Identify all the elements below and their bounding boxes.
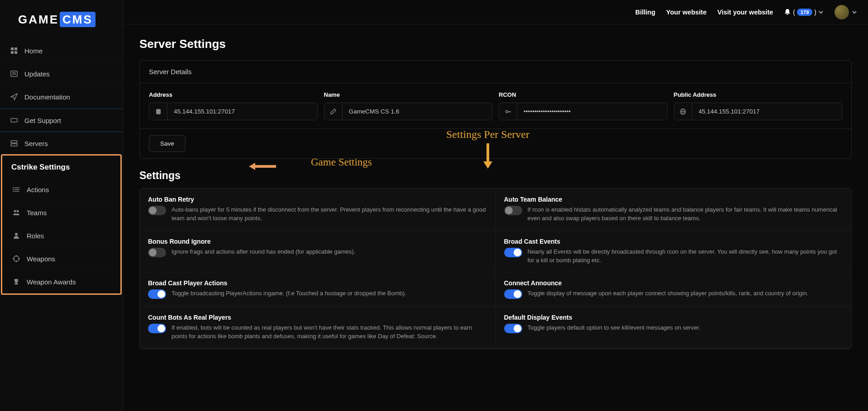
- settings-grid: Auto Ban RetryAuto-bans player for 5 min…: [139, 188, 852, 349]
- sidebar-item-label: Weapons: [27, 255, 55, 263]
- field-rcon: RCON: [499, 91, 668, 120]
- rcon-input[interactable]: [517, 103, 667, 120]
- toggle-switch[interactable]: [148, 289, 166, 299]
- toggle-switch[interactable]: [504, 289, 522, 299]
- sidebar-item-actions[interactable]: Actions: [2, 178, 120, 201]
- setting-body: If rcon is enabled hlstats automatically…: [504, 206, 844, 223]
- edit-icon: [324, 103, 343, 120]
- avatar[interactable]: [835, 5, 849, 19]
- field-name: Name: [324, 91, 493, 120]
- topbar-link-visit[interactable]: Visit your website: [717, 9, 773, 16]
- svg-point-14: [13, 189, 14, 190]
- sidebar-item-label: Roles: [27, 232, 44, 240]
- crosshair-icon: [12, 255, 20, 263]
- sidebar-item-label: Get Support: [24, 117, 61, 124]
- setting-body: Toggle broadcasting PlayerActions ingame…: [148, 289, 487, 299]
- sidebar-item-documentation[interactable]: Documentation: [0, 85, 123, 109]
- setting-cell: Auto Team BalanceIf rcon is enabled hlst…: [496, 189, 852, 230]
- sidebar-item-teams[interactable]: Teams: [2, 201, 120, 224]
- list-icon: [12, 185, 20, 194]
- setting-body: Toggle display of message upon each play…: [504, 289, 844, 299]
- toggle-switch[interactable]: [504, 324, 522, 333]
- setting-title: Broad Cast Events: [504, 238, 844, 245]
- setting-cell: Auto Ban RetryAuto-bans player for 5 min…: [140, 189, 496, 230]
- sidebar-item-updates[interactable]: Updates: [0, 62, 123, 85]
- brand-logo[interactable]: GAMECMS: [0, 0, 123, 39]
- setting-title: Bonus Round Ignore: [148, 238, 487, 245]
- sidebar-item-weapon-awards[interactable]: Weapon Awards: [2, 270, 120, 293]
- setting-description: Ignore frags and actions after round has…: [172, 248, 355, 256]
- svg-rect-9: [11, 144, 17, 146]
- setting-cell: Count Bots As Real PlayersIf enabled, bo…: [140, 307, 496, 348]
- setting-body: Ignore frags and actions after round has…: [148, 248, 487, 257]
- toggle-switch[interactable]: [148, 248, 166, 257]
- globe-icon: [674, 103, 692, 120]
- settings-row: Auto Ban RetryAuto-bans player for 5 min…: [140, 189, 851, 231]
- svg-point-16: [14, 210, 16, 213]
- setting-description: If enabled, bots will be counted as real…: [172, 324, 487, 341]
- toggle-switch[interactable]: [148, 206, 166, 215]
- setting-description: Auto-bans player for 5 minutes if the di…: [172, 206, 487, 223]
- setting-cell: Broad Cast EventsNearly all Events will …: [496, 231, 852, 272]
- svg-rect-3: [14, 51, 17, 54]
- setting-title: Default Display Events: [504, 314, 844, 321]
- name-input[interactable]: [343, 103, 492, 120]
- card-header: Server Details: [140, 61, 851, 83]
- sidebar-item-roles[interactable]: Roles: [2, 224, 120, 247]
- annotation-arrow-left: [249, 162, 276, 171]
- key-icon: [499, 103, 517, 120]
- sidebar-item-home[interactable]: Home: [0, 39, 123, 62]
- notifications-button[interactable]: ( 179 ): [784, 9, 824, 16]
- toggle-switch[interactable]: [504, 206, 522, 215]
- setting-body: If enabled, bots will be counted as real…: [148, 324, 487, 341]
- chevron-down-icon[interactable]: [852, 9, 857, 15]
- database-icon: [149, 103, 167, 120]
- svg-rect-2: [11, 51, 14, 54]
- annotation-text: Settings Per Server: [446, 128, 529, 140]
- setting-description: If rcon is enabled hlstats automatically…: [528, 206, 844, 223]
- setting-body: Nearly all Events will be directly broad…: [504, 248, 844, 265]
- address-input[interactable]: [167, 103, 317, 120]
- server-icon: [10, 139, 18, 147]
- ticket-icon: [10, 116, 18, 124]
- sidebar-item-label: Teams: [27, 209, 47, 217]
- sidebar-item-servers[interactable]: Servers: [0, 132, 123, 155]
- svg-point-13: [13, 188, 14, 188]
- svg-point-27: [506, 110, 508, 113]
- sidebar-item-label: Updates: [24, 70, 50, 78]
- setting-description: Nearly all Events will be directly broad…: [528, 248, 844, 265]
- paren-close: ): [814, 9, 816, 16]
- svg-point-17: [17, 210, 19, 213]
- toggle-switch[interactable]: [148, 324, 166, 333]
- field-label: Address: [149, 91, 318, 98]
- topbar-link-website[interactable]: Your website: [666, 9, 706, 16]
- public-address-input[interactable]: [692, 103, 842, 120]
- field-label: Public Address: [674, 91, 843, 98]
- sidebar-item-label: Documentation: [24, 93, 70, 101]
- field-label: Name: [324, 91, 493, 98]
- setting-cell: Bonus Round IgnoreIgnore frags and actio…: [140, 231, 496, 272]
- toggle-switch[interactable]: [504, 248, 522, 257]
- settings-row: Bonus Round IgnoreIgnore frags and actio…: [140, 231, 851, 273]
- send-icon: [10, 93, 18, 101]
- settings-section-title: Settings: [139, 170, 852, 182]
- sidebar-item-support[interactable]: Get Support: [0, 109, 123, 132]
- settings-row: Count Bots As Real PlayersIf enabled, bo…: [140, 307, 851, 349]
- svg-point-15: [13, 191, 14, 192]
- svg-rect-1: [14, 47, 17, 50]
- trophy-icon: [12, 278, 20, 286]
- chevron-down-icon: [818, 9, 824, 15]
- topbar: Billing Your website Visit your website …: [123, 0, 868, 24]
- news-icon: [10, 70, 18, 78]
- sidebar-item-label: Servers: [24, 140, 48, 147]
- settings-row: Broad Cast Player ActionsToggle broadcas…: [140, 272, 851, 307]
- users-icon: [12, 208, 20, 217]
- sidebar-item-label: Weapon Awards: [27, 278, 76, 286]
- save-button[interactable]: Save: [149, 135, 186, 152]
- sidebar-item-weapons[interactable]: Weapons: [2, 247, 120, 270]
- setting-description: Toggle players default option to see kil…: [528, 324, 701, 332]
- svg-rect-25: [14, 283, 18, 284]
- setting-description: Toggle display of message upon each play…: [528, 289, 809, 298]
- topbar-link-billing[interactable]: Billing: [635, 9, 655, 16]
- setting-title: Auto Ban Retry: [148, 196, 487, 203]
